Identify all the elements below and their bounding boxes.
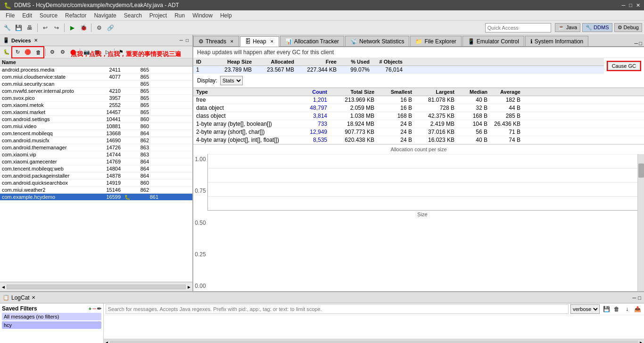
logcat-scroll-left[interactable]: ◂	[104, 340, 110, 343]
device-row-6[interactable]: com.xiaomi.market 14457 865	[0, 109, 192, 116]
toolbar-btn-8[interactable]: ⚙	[94, 23, 104, 33]
menu-edit[interactable]: Edit	[18, 11, 36, 20]
logcat-min-btn[interactable]: ─	[633, 295, 636, 301]
scroll-left-btn[interactable]: ◂	[0, 284, 7, 290]
device-row-5[interactable]: com.xiaomi.metok 2552 865	[0, 102, 192, 109]
remove-filter-btn[interactable]: ─	[92, 306, 96, 312]
menu-source[interactable]: Source	[36, 11, 61, 20]
java-perspective[interactable]: ☕ Java	[555, 23, 580, 32]
menu-bar: File Edit Source Refactor Navigate Searc…	[0, 10, 644, 21]
col-largest-header: Largest	[415, 89, 457, 95]
toolbar-btn-5[interactable]: ↪	[51, 23, 62, 33]
logcat-search-input[interactable]	[106, 304, 569, 314]
dev-btn-trash[interactable]: 🗑	[33, 48, 43, 57]
dev-btn-settings[interactable]: ⚙	[48, 48, 57, 57]
devices-minimize-btn[interactable]: ─	[179, 38, 184, 43]
alloc-row-3[interactable]: 1-byte array (byte[], boolean[]) 733 18.…	[193, 120, 644, 128]
dev-btn-debug[interactable]: 🐛	[2, 48, 11, 57]
col-pid-header	[94, 59, 123, 65]
logcat-scroll-right[interactable]: ▸	[638, 340, 644, 343]
device-row-4[interactable]: com.svox.pico 3957 865	[0, 95, 192, 102]
heap-close[interactable]: ✕	[270, 39, 274, 44]
menu-navigate[interactable]: Navigate	[90, 11, 120, 20]
menu-file[interactable]: File	[2, 11, 18, 20]
panel-min-btn[interactable]: ─	[635, 41, 638, 46]
logcat-clear-btn[interactable]: 🗑	[612, 304, 621, 314]
toolbar-btn-2[interactable]: 💾	[13, 23, 24, 33]
device-row-12[interactable]: com.xiaomi.vip 14744 863	[0, 151, 192, 158]
ddms-perspective[interactable]: 🔧 DDMS	[582, 23, 612, 32]
verbose-select[interactable]: verbose debug info warn error	[570, 304, 600, 314]
tab-sysinfo[interactable]: ℹ System Information	[525, 36, 588, 46]
device-row-10[interactable]: com.android.musicfx 14690 862	[0, 137, 192, 144]
toolbar-debug[interactable]: 🐞	[78, 23, 89, 33]
device-row-17[interactable]: com.miui.weather2 15146 862	[0, 187, 192, 194]
device-row-13[interactable]: com.xiaomi.gamecenter 14769 864	[0, 158, 192, 165]
scroll-thumb[interactable]	[638, 163, 644, 178]
tab-network[interactable]: 📡 Network Statistics	[345, 36, 409, 46]
alloc-row-2[interactable]: class object 3,814 1.038 MB 168 B 42.375…	[193, 112, 644, 120]
logcat-max-btn[interactable]: □	[638, 295, 641, 301]
device-row-11[interactable]: com.android.thememanager 14726 863	[0, 144, 192, 151]
device-row-3[interactable]: com.nvwfd.server.internal.proto 4210 865	[0, 88, 192, 95]
toolbar-run[interactable]: ▶	[67, 23, 77, 33]
menu-window[interactable]: Window	[189, 11, 216, 20]
maximize-button[interactable]: □	[629, 2, 632, 8]
device-row-15[interactable]: com.android.packageinstaller 14878 864	[0, 172, 192, 180]
menu-refactor[interactable]: Refactor	[61, 11, 90, 20]
dev-btn-settings2[interactable]: ⚙	[58, 48, 67, 57]
tab-files[interactable]: 📁 File Explorer	[410, 36, 461, 46]
device-row-8[interactable]: com.miui.video 10881 860	[0, 123, 192, 130]
tab-emulator[interactable]: 📱 Emulator Control	[462, 36, 524, 46]
filter-hcy[interactable]: hcy	[2, 321, 101, 329]
edit-filter-btn[interactable]: ✏	[97, 306, 101, 312]
device-row-9[interactable]: com.tencent.mobileqq 13668 864	[0, 130, 192, 137]
alloc-row-4[interactable]: 2-byte array (short[], char[]) 12,949 90…	[193, 128, 644, 136]
devices-close-icon[interactable]: ✕	[34, 38, 38, 43]
panel-max-btn[interactable]: □	[639, 41, 642, 46]
scroll-right-btn[interactable]: ▸	[186, 284, 192, 290]
heap-col-free: Free	[297, 59, 339, 65]
logcat-scroll-btn[interactable]: ↓	[622, 304, 632, 314]
dev-btn-stop[interactable]: 🛑	[23, 48, 33, 57]
menu-help[interactable]: Help	[216, 11, 236, 20]
alloc-row-1[interactable]: data object 48,797 2.059 MB 16 B 728 B 3…	[193, 104, 644, 112]
tab-allocation[interactable]: 📊 Allocation Tracker	[280, 36, 344, 46]
device-row-18[interactable]: com.example.hcydemo 16599 🐛 861	[0, 194, 192, 201]
tab-heap[interactable]: 🗄 Heap ✕	[240, 36, 279, 47]
debug-perspective[interactable]: ⚙ Debug	[614, 23, 642, 32]
minimize-button[interactable]: ─	[622, 2, 626, 8]
close-button[interactable]: ✕	[636, 2, 640, 8]
chart-vscroll[interactable]	[637, 154, 644, 291]
quick-access-input[interactable]	[485, 23, 551, 33]
add-filter-btn[interactable]: +	[89, 306, 91, 312]
logcat-save-btn[interactable]: 💾	[602, 304, 611, 314]
dev-btn-update[interactable]: ↻	[13, 48, 22, 57]
device-row-14[interactable]: com.tencent.mobileqq:web 14804 864	[0, 165, 192, 172]
display-select[interactable]: Stats	[220, 76, 243, 85]
menu-project[interactable]: Project	[146, 11, 171, 20]
toolbar-btn-4[interactable]: ↩	[40, 23, 50, 33]
alloc-row-0[interactable]: free 1,201 213.969 KB 16 B 81.078 KB 40 …	[193, 96, 644, 104]
menu-run[interactable]: Run	[171, 11, 189, 20]
logcat-export-btn[interactable]: 📤	[633, 304, 642, 314]
alloc-row-5[interactable]: 4-byte array (object[], int[], float[]) …	[193, 136, 644, 144]
tab-threads[interactable]: ⚙ Threads ✕	[193, 36, 239, 46]
device-row-2[interactable]: com.miui.security:scan 865	[0, 81, 192, 88]
devices-hscroll[interactable]: ◂ ▸	[0, 282, 192, 291]
toolbar-btn-3[interactable]: 🖶	[25, 23, 35, 33]
threads-close[interactable]: ✕	[230, 39, 234, 44]
device-row-0[interactable]: android.process.media 2411 865	[0, 66, 192, 74]
toolbar-btn-1[interactable]: 🔧	[2, 23, 12, 33]
devices-maximize-btn[interactable]: □	[185, 38, 190, 43]
logcat-close-icon[interactable]: ✕	[32, 295, 35, 300]
device-row-7[interactable]: com.android.settings 10441 860	[0, 116, 192, 123]
device-row-16[interactable]: com.android.quicksearchbox 14919 860	[0, 180, 192, 187]
logcat-hscroll[interactable]: ◂ ▸	[104, 339, 644, 343]
heap-data-row[interactable]: 1 23.789 MB 23.567 MB 227.344 KB 99.07% …	[193, 66, 604, 74]
toolbar-btn-9[interactable]: 🔗	[105, 23, 116, 33]
cause-gc-button[interactable]: Cause GC	[608, 62, 640, 70]
menu-search[interactable]: Search	[120, 11, 146, 20]
device-row-1[interactable]: com.miui.cloudservice:state 4077 865	[0, 74, 192, 81]
filter-all-messages[interactable]: All messages (no filters)	[2, 313, 101, 320]
